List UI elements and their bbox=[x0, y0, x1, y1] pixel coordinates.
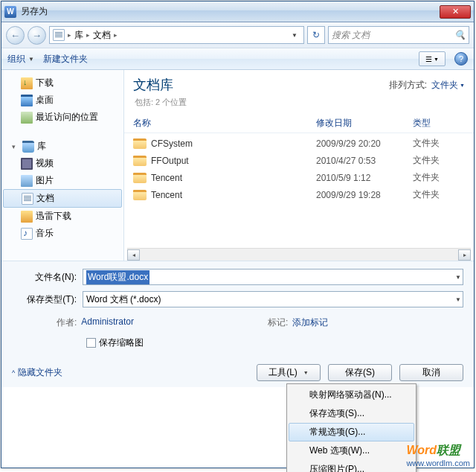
scroll-left[interactable]: ◂ bbox=[127, 249, 140, 261]
tools-button[interactable]: 工具(L) bbox=[257, 364, 321, 381]
sidebar: 下载 桌面 最近访问的位置 ▾库 视频 图片 文档 迅雷下载 音乐 bbox=[1, 70, 124, 261]
save-thumbnail-checkbox[interactable] bbox=[86, 338, 96, 348]
search-icon: 🔍 bbox=[454, 30, 466, 40]
search-placeholder: 搜索 文档 bbox=[332, 29, 370, 42]
download-icon bbox=[21, 77, 33, 89]
back-button[interactable]: ← bbox=[6, 26, 25, 45]
chevron-down-icon[interactable]: ▼ bbox=[455, 296, 461, 303]
titlebar: W 另存为 ✕ bbox=[1, 1, 474, 22]
folder-icon bbox=[133, 190, 147, 200]
thunder-icon bbox=[21, 211, 33, 223]
sidebar-item-videos[interactable]: 视频 bbox=[1, 155, 123, 172]
savetype-label: 保存类型(T): bbox=[12, 293, 83, 306]
save-thumbnail-label: 保存缩略图 bbox=[99, 337, 144, 349]
scroll-right[interactable]: ▸ bbox=[458, 249, 471, 261]
form-area: 文件名(N): Word联盟.docx ▼ 保存类型(T): Word 文档 (… bbox=[1, 261, 474, 354]
sidebar-item-documents[interactable]: 文档 bbox=[3, 189, 122, 208]
file-row[interactable]: Tencent2009/9/29 19:28文件夹 bbox=[133, 186, 465, 203]
tags-value[interactable]: 添加标记 bbox=[292, 316, 328, 329]
chevron-right-icon: ▸ bbox=[68, 31, 71, 39]
organize-button[interactable]: 组织 ▼ bbox=[7, 53, 34, 66]
columns-header: 名称 修改日期 类型 bbox=[124, 114, 474, 133]
filename-label: 文件名(N): bbox=[12, 271, 83, 284]
crumb-0[interactable]: 库 bbox=[74, 29, 83, 42]
author-label: 作者: bbox=[57, 316, 77, 329]
doc-icon bbox=[53, 29, 65, 41]
horizontal-scrollbar[interactable]: ◂ ▸ bbox=[127, 248, 471, 261]
menu-item-compress-pictures[interactable]: 压缩图片(P)... bbox=[289, 460, 414, 472]
forward-button[interactable]: → bbox=[28, 26, 46, 45]
library-title: 文档库 bbox=[133, 76, 173, 94]
author-value[interactable]: Administrator bbox=[81, 316, 134, 329]
folder-icon bbox=[133, 173, 147, 183]
chevron-right-icon: ▸ bbox=[114, 31, 118, 39]
music-icon bbox=[21, 228, 33, 240]
col-date[interactable]: 修改日期 bbox=[316, 117, 413, 130]
view-button[interactable]: ☰ ▼ bbox=[419, 51, 446, 66]
folder-icon bbox=[133, 138, 147, 149]
collapse-icon[interactable]: ▾ bbox=[12, 143, 19, 150]
nav-row: ← → ▸ 库 ▸ 文档 ▸ ▼ ↻ 搜索 文档 🔍 bbox=[1, 22, 474, 48]
close-button[interactable]: ✕ bbox=[440, 5, 471, 19]
menu-item-web-options[interactable]: Web 选项(W)... bbox=[289, 441, 414, 460]
sidebar-item-pictures[interactable]: 图片 bbox=[1, 172, 123, 189]
desktop-icon bbox=[21, 95, 33, 106]
sidebar-item-recent[interactable]: 最近访问的位置 bbox=[1, 109, 123, 126]
sidebar-item-thunder[interactable]: 迅雷下载 bbox=[1, 208, 123, 225]
save-button[interactable]: 保存(S) bbox=[328, 364, 392, 381]
menu-item-map-drive[interactable]: 映射网络驱动器(N)... bbox=[289, 386, 414, 404]
video-icon bbox=[21, 158, 33, 170]
col-type[interactable]: 类型 bbox=[413, 117, 465, 130]
recent-icon bbox=[21, 112, 33, 124]
file-list: CFSystem2009/9/29 20:20文件夹 FFOutput2010/… bbox=[124, 133, 474, 205]
sidebar-item-downloads[interactable]: 下载 bbox=[1, 74, 123, 92]
toolbar: 组织 ▼ 新建文件夹 ☰ ▼ ? bbox=[1, 48, 474, 70]
window-title: 另存为 bbox=[21, 5, 440, 18]
file-pane: 文档库 排列方式: 文件夹 ▼ 包括: 2 个位置 名称 修改日期 类型 CFS… bbox=[124, 70, 474, 261]
sidebar-item-desktop[interactable]: 桌面 bbox=[1, 92, 123, 109]
folder-icon bbox=[133, 156, 147, 166]
arrange-label: 排列方式: bbox=[389, 79, 427, 92]
refresh-button[interactable]: ↻ bbox=[307, 26, 325, 44]
menu-item-save-options[interactable]: 保存选项(S)... bbox=[289, 404, 414, 423]
filename-input[interactable]: Word联盟.docx ▼ bbox=[83, 269, 463, 285]
chevron-down-icon[interactable]: ▼ bbox=[455, 274, 461, 281]
tags-label: 标记: bbox=[268, 316, 288, 329]
app-icon: W bbox=[4, 6, 16, 18]
chevron-right-icon: ▸ bbox=[86, 31, 90, 39]
sidebar-item-music[interactable]: 音乐 bbox=[1, 225, 123, 242]
crumb-1[interactable]: 文档 bbox=[93, 29, 111, 42]
breadcrumb[interactable]: ▸ 库 ▸ 文档 ▸ ▼ bbox=[49, 26, 304, 44]
search-input[interactable]: 搜索 文档 🔍 bbox=[328, 26, 469, 44]
help-button[interactable]: ? bbox=[454, 52, 468, 66]
watermark: Word联盟 www.wordlm.com bbox=[406, 443, 470, 468]
library-icon bbox=[22, 141, 34, 153]
doc-icon bbox=[22, 193, 33, 205]
menu-item-general-options[interactable]: 常规选项(G)... bbox=[289, 423, 414, 441]
breadcrumb-drop[interactable]: ▼ bbox=[289, 32, 300, 39]
cancel-button[interactable]: 取消 bbox=[399, 364, 463, 381]
file-row[interactable]: FFOutput2010/4/27 0:53文件夹 bbox=[133, 152, 465, 169]
caret-up-icon: ^ bbox=[12, 369, 15, 377]
chevron-down-icon: ▼ bbox=[28, 56, 34, 63]
new-folder-button[interactable]: 新建文件夹 bbox=[43, 53, 88, 66]
sidebar-header-libraries[interactable]: ▾库 bbox=[1, 138, 123, 155]
hide-folders-link[interactable]: ^ 隐藏文件夹 bbox=[12, 366, 62, 379]
library-subtitle: 包括: 2 个位置 bbox=[124, 97, 474, 114]
arrange-dropdown[interactable]: 文件夹 ▼ bbox=[431, 79, 465, 92]
file-row[interactable]: CFSystem2009/9/29 20:20文件夹 bbox=[133, 135, 465, 152]
file-row[interactable]: Tencent2010/5/9 1:12文件夹 bbox=[133, 169, 465, 186]
savetype-select[interactable]: Word 文档 (*.docx) ▼ bbox=[83, 291, 463, 307]
button-row: ^ 隐藏文件夹 工具(L) 保存(S) 取消 bbox=[1, 354, 474, 387]
tools-dropdown: 映射网络驱动器(N)... 保存选项(S)... 常规选项(G)... Web … bbox=[286, 383, 416, 472]
picture-icon bbox=[21, 175, 33, 187]
col-name[interactable]: 名称 bbox=[133, 117, 316, 130]
